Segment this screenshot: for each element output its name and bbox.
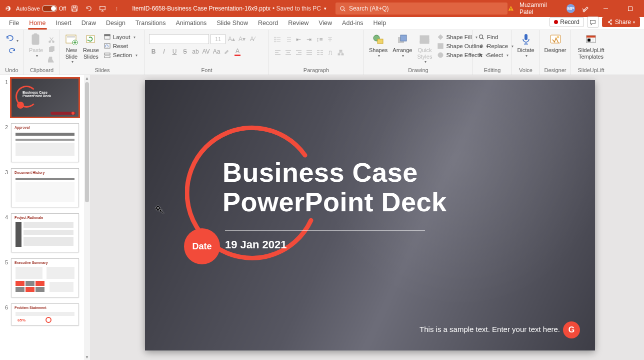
copy-button <box>47 45 56 54</box>
undo-qat-button[interactable] <box>83 3 94 14</box>
minimize-button[interactable] <box>596 2 616 16</box>
scroll-up-icon[interactable]: ▲ <box>84 75 90 81</box>
save-button[interactable] <box>69 3 80 14</box>
text-direction-button <box>326 35 334 44</box>
slideuplift-button[interactable]: SlideUpLift Templates <box>576 32 605 60</box>
user-name[interactable]: Muzammil Patel <box>520 2 562 16</box>
pen-mode-button[interactable] <box>580 3 591 14</box>
share-button-label: Share <box>615 19 631 26</box>
ribbon-home: ▾ Undo Paste▾ Clipboard New Slide▾ <box>0 30 644 75</box>
svg-point-14 <box>608 22 610 23</box>
arrange-button[interactable]: Arrange▾ <box>392 32 413 58</box>
svg-point-13 <box>610 20 612 21</box>
svg-rect-36 <box>342 54 344 55</box>
tab-transitions[interactable]: Transitions <box>130 18 171 30</box>
dictate-label: Dictate <box>517 47 534 54</box>
slideuplift-label: SlideUpLift Templates <box>578 47 604 60</box>
group-label-undo: Undo <box>4 67 20 75</box>
highlight-button <box>222 47 232 56</box>
autosave-toggle[interactable]: AutoSave Off <box>16 5 66 12</box>
find-button[interactable]: Find <box>477 33 514 41</box>
svg-rect-21 <box>50 47 54 51</box>
slide-title[interactable]: Business Case PowerPoint Deck <box>222 158 447 217</box>
slide-canvas[interactable]: Business Case PowerPoint Deck Date 19 Ja… <box>145 80 595 350</box>
svg-rect-52 <box>592 41 594 42</box>
thumb5-title: Executive Summary <box>14 261 48 264</box>
format-painter-button <box>47 55 56 64</box>
filename-dropdown-icon[interactable]: ▾ <box>324 6 326 11</box>
change-case-button: Aa <box>212 47 221 56</box>
workspace: 1 Business CasePowerPoint Deck 2 Approva… <box>0 75 644 360</box>
thumbnails-scrollbar[interactable]: ▲ ▼ <box>84 75 90 360</box>
tab-animations[interactable]: Animations <box>171 18 212 30</box>
record-button[interactable]: Record <box>550 17 584 27</box>
section-button[interactable]: Section▾ <box>103 51 138 59</box>
tab-help[interactable]: Help <box>368 18 391 30</box>
svg-rect-7 <box>100 7 106 10</box>
thumbnail-3[interactable]: 3 Document History <box>2 168 82 207</box>
maximize-button[interactable] <box>620 2 640 16</box>
font-color-button: A <box>233 47 242 56</box>
thumbnail-2[interactable]: 2 Approval <box>2 123 82 162</box>
user-avatar[interactable]: MP <box>566 4 576 13</box>
new-slide-button[interactable]: New Slide▾ <box>64 32 79 64</box>
svg-rect-23 <box>67 36 75 38</box>
reset-button[interactable]: Reset <box>103 42 138 50</box>
group-label-slideuplift: SlideUpLift <box>575 67 607 75</box>
thumbnail-6[interactable]: 6 Problem Statement 65% <box>2 303 82 325</box>
tab-record[interactable]: Record <box>253 18 283 30</box>
tab-insert[interactable]: Insert <box>51 18 76 30</box>
dictate-button[interactable]: Dictate▾ <box>516 32 535 58</box>
date-badge[interactable]: Date <box>184 228 220 264</box>
qat-more-button[interactable]: ⁝ <box>111 3 122 14</box>
undo-button[interactable]: ▾ <box>5 34 18 44</box>
align-text-button: ⎍ <box>326 48 334 57</box>
align-center-button <box>284 48 292 57</box>
thumbnail-4[interactable]: 4 Project Rationale <box>2 213 82 252</box>
tab-addins[interactable]: Add-ins <box>337 18 368 30</box>
tab-home[interactable]: Home <box>24 18 50 30</box>
share-button[interactable]: Share▾ <box>602 17 640 27</box>
italic-button: I <box>160 47 168 56</box>
comments-button[interactable] <box>587 17 599 28</box>
reuse-slides-label: Reuse Slides <box>83 47 99 60</box>
thumb2-title: Approval <box>14 126 30 129</box>
tab-slideshow[interactable]: Slide Show <box>212 18 253 30</box>
scroll-down-icon[interactable]: ▼ <box>84 354 90 360</box>
search-box[interactable]: Search (Alt+Q) <box>336 3 508 15</box>
group-label-drawing: Drawing <box>368 67 468 75</box>
reuse-slides-button[interactable]: Reuse Slides <box>82 32 100 60</box>
tab-file[interactable]: File <box>4 18 24 30</box>
share-icon <box>607 19 613 25</box>
shapes-button[interactable]: Shapes▾ <box>368 32 388 58</box>
replace-label: Replace <box>487 43 508 49</box>
svg-rect-40 <box>400 35 406 41</box>
tab-draw[interactable]: Draw <box>76 18 101 30</box>
tab-view[interactable]: View <box>314 18 337 30</box>
thumbnail-5[interactable]: 5 Executive Summary <box>2 258 82 297</box>
svg-rect-51 <box>592 39 594 40</box>
tab-design[interactable]: Design <box>101 18 130 30</box>
scrollbar-thumb[interactable] <box>85 82 89 202</box>
autosave-state: Off <box>59 6 66 12</box>
svg-point-33 <box>274 41 276 42</box>
autosave-label: AutoSave <box>16 6 40 12</box>
svg-rect-11 <box>604 9 608 9</box>
shadow-button: ab <box>191 47 200 56</box>
redo-button[interactable] <box>7 47 17 56</box>
quick-styles-button: Abc Quick Styles▾ <box>416 32 433 64</box>
slide-footer-text[interactable]: This is a sample text. Enter your text h… <box>420 325 560 333</box>
thumbnail-1[interactable]: 1 Business CasePowerPoint Deck <box>2 78 82 117</box>
corner-badge[interactable]: G <box>563 321 580 338</box>
strikethrough-button: S <box>180 47 190 56</box>
tab-review[interactable]: Review <box>283 18 314 30</box>
new-slide-label: New Slide <box>66 47 78 60</box>
select-button[interactable]: Select▾ <box>477 51 514 59</box>
cut-button <box>47 35 56 44</box>
designer-button[interactable]: Designer <box>543 32 567 54</box>
present-button[interactable] <box>97 3 108 14</box>
slide-editor[interactable]: Business Case PowerPoint Deck Date 19 Ja… <box>90 75 644 360</box>
date-value[interactable]: 19 Jan 2021 <box>225 238 287 251</box>
replace-button[interactable]: Replace▾ <box>477 42 514 50</box>
layout-button[interactable]: Layout▾ <box>103 33 138 41</box>
